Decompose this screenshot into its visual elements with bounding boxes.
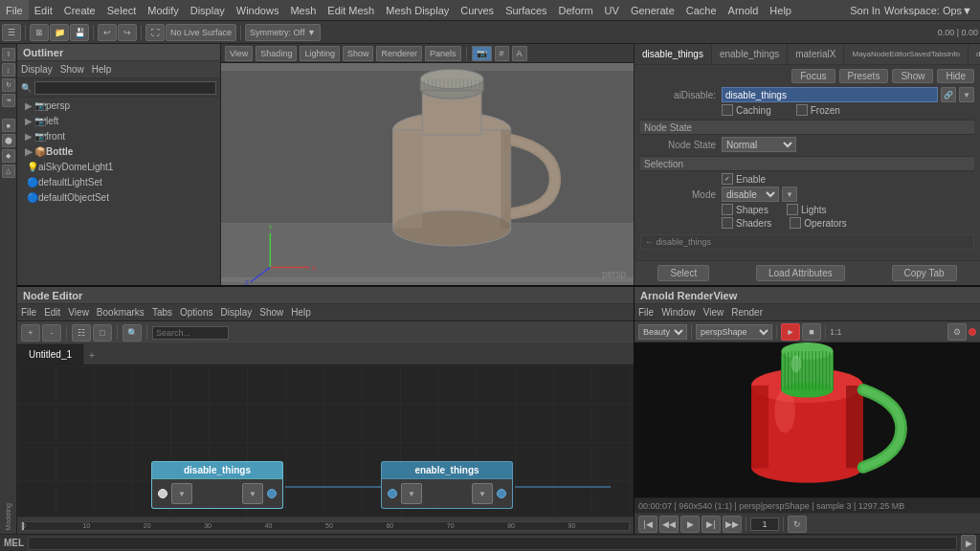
load-attributes-button[interactable]: Load Attributes	[756, 265, 845, 281]
timeline-bar[interactable]: 0 10 20 30 40 50 60 70 80 90	[17, 517, 634, 534]
toolbar-sym[interactable]: Symmetry: Off ▼	[245, 24, 321, 41]
node-enable-things[interactable]: enable_things ▼ ▼	[381, 461, 513, 509]
arv-stop-btn[interactable]: ■	[802, 323, 821, 341]
tool7[interactable]: ◆	[2, 149, 15, 163]
arv-next-frame[interactable]: ▶|	[702, 516, 721, 533]
outliner-item-defaultlightset[interactable]: 🔵 defaultLightSet	[17, 174, 220, 189]
toolbar-no-live[interactable]: No Live Surface	[166, 24, 236, 41]
menu-mesh[interactable]: Mesh	[284, 0, 322, 20]
outliner-item-aisky[interactable]: 💡 aiSkyDomeLight1	[17, 159, 220, 174]
outliner-item-left[interactable]: ▶📷 left	[17, 113, 220, 128]
arv-last-frame[interactable]: ▶▶	[723, 516, 742, 533]
menu-arnold[interactable]: Arnold	[723, 0, 765, 20]
vp-renderer-menu[interactable]: Renderer	[376, 46, 422, 61]
menu-curves[interactable]: Curves	[455, 0, 500, 20]
outliner-menu-display[interactable]: Display	[21, 64, 53, 75]
menu-windows[interactable]: Windows	[231, 0, 285, 20]
ne-zoom-fit[interactable]: 🔍	[122, 324, 142, 342]
node-disable-output-port[interactable]	[267, 489, 277, 498]
arv-debug-btn[interactable]	[969, 328, 976, 336]
toolbar-undo[interactable]: ↩	[98, 24, 117, 41]
presets-button[interactable]: Presets	[839, 69, 889, 83]
vp-grid-btn[interactable]: #	[495, 46, 509, 61]
ai-disable-link-btn[interactable]: 🔗	[941, 87, 956, 102]
show-button[interactable]: Show	[892, 69, 933, 83]
ne-menu-bookmarks[interactable]: Bookmarks	[97, 307, 145, 318]
outliner-item-defaultobjectset[interactable]: 🔵 defaultObjectSet	[17, 189, 220, 205]
arv-menu-view[interactable]: View	[703, 307, 724, 318]
toolbar-new[interactable]: 🗎	[30, 24, 49, 41]
copy-tab-button[interactable]: Copy Tab	[892, 265, 957, 281]
scale-tool[interactable]: ↠	[2, 94, 15, 107]
outliner-item-bottle[interactable]: ▶📦 Bottle	[17, 143, 220, 159]
vp-shading-menu[interactable]: Shading	[256, 46, 297, 61]
ne-menu-show[interactable]: Show	[259, 307, 283, 318]
vp-show-menu[interactable]: Show	[343, 46, 374, 61]
sign-in-label[interactable]: Son In	[850, 5, 880, 16]
tool6[interactable]: ⬤	[2, 134, 15, 147]
ne-menu-view[interactable]: View	[68, 307, 89, 318]
ne-search-input[interactable]	[152, 326, 229, 340]
arv-loop-btn[interactable]: ↻	[788, 516, 807, 533]
focus-button[interactable]: Focus	[791, 69, 835, 83]
hide-button[interactable]: Hide	[937, 69, 974, 83]
caching-checkbox[interactable]	[722, 104, 733, 116]
attr-tab-disable[interactable]: disable_things	[635, 44, 712, 64]
arv-frame-input[interactable]	[750, 518, 779, 531]
node-disable-things[interactable]: disable_things ▼ ▼	[151, 461, 283, 509]
ne-menu-options[interactable]: Options	[180, 307, 212, 318]
ne-tab-untitled[interactable]: Untitled_1	[17, 344, 84, 364]
arv-camera-select[interactable]: perspShape	[696, 324, 772, 340]
mode-select[interactable]: disable operator	[722, 187, 779, 202]
outliner-menu-show[interactable]: Show	[60, 64, 84, 75]
frozen-checkbox[interactable]	[796, 104, 808, 116]
vp-view-menu[interactable]: View	[225, 46, 253, 61]
attr-tab-enable[interactable]: enable_things	[712, 44, 788, 64]
tool5[interactable]: ■	[2, 119, 15, 132]
ne-add-node[interactable]: +	[21, 324, 40, 342]
select-button[interactable]: Select	[657, 265, 709, 281]
node-enable-output-port[interactable]	[497, 489, 506, 498]
shapes-checkbox[interactable]	[722, 204, 733, 215]
attr-tab-materialx[interactable]: materialX	[788, 44, 844, 64]
toolbar-open[interactable]: 📁	[50, 24, 69, 41]
arv-play-back[interactable]: ◀◀	[659, 516, 679, 533]
toolbar-snap[interactable]: ⛶	[145, 24, 165, 41]
ne-delete-node[interactable]: -	[42, 324, 61, 342]
arv-render-btn[interactable]: ►	[781, 323, 800, 341]
rotate-tool[interactable]: ↻	[2, 78, 15, 92]
menu-display[interactable]: Display	[185, 0, 231, 20]
ne-menu-file[interactable]: File	[21, 307, 36, 318]
move-tool[interactable]: ↕	[2, 63, 15, 77]
node-enable-input-port[interactable]	[388, 489, 397, 498]
mel-execute-btn[interactable]: ▶	[961, 535, 976, 552]
ne-menu-edit[interactable]: Edit	[44, 307, 60, 318]
node-state-select[interactable]: Normal HasNoEffect Blocking	[722, 137, 796, 152]
tool8[interactable]: △	[2, 165, 15, 178]
timeline-track[interactable]: 0 10 20 30 40 50 60 70 80 90	[21, 521, 630, 531]
ai-disable-menu-btn[interactable]: ▼	[959, 87, 974, 102]
menu-help[interactable]: Help	[764, 0, 797, 20]
arv-menu-file[interactable]: File	[638, 307, 654, 318]
node-disable-input-port[interactable]	[158, 489, 167, 498]
menu-cache[interactable]: Cache	[680, 0, 723, 20]
enable-checkbox[interactable]	[722, 173, 733, 185]
menu-file[interactable]: File	[0, 0, 29, 20]
menu-surfaces[interactable]: Surfaces	[500, 0, 552, 20]
ne-menu-help[interactable]: Help	[291, 307, 311, 318]
toolbar-modeling-btn[interactable]: ☰	[2, 24, 21, 41]
ne-menu-tabs[interactable]: Tabs	[152, 307, 172, 318]
outliner-item-front[interactable]: ▶📷 front	[17, 128, 220, 143]
outliner-menu-help[interactable]: Help	[92, 64, 112, 75]
menu-edit-mesh[interactable]: Edit Mesh	[322, 0, 380, 20]
attr-tab-defaultrender[interactable]: defaultRenderG	[969, 44, 980, 64]
menu-generate[interactable]: Generate	[625, 0, 680, 20]
menu-modify[interactable]: Modify	[142, 0, 184, 20]
operators-checkbox[interactable]	[790, 217, 801, 229]
select-tool[interactable]: ⇧	[2, 48, 15, 61]
arv-settings-btn[interactable]: ⚙	[947, 323, 967, 341]
ne-menu-display[interactable]: Display	[220, 307, 252, 318]
menu-edit[interactable]: Edit	[29, 0, 58, 20]
arv-play-btn[interactable]: ▶	[680, 516, 700, 533]
mel-input[interactable]	[28, 537, 957, 550]
